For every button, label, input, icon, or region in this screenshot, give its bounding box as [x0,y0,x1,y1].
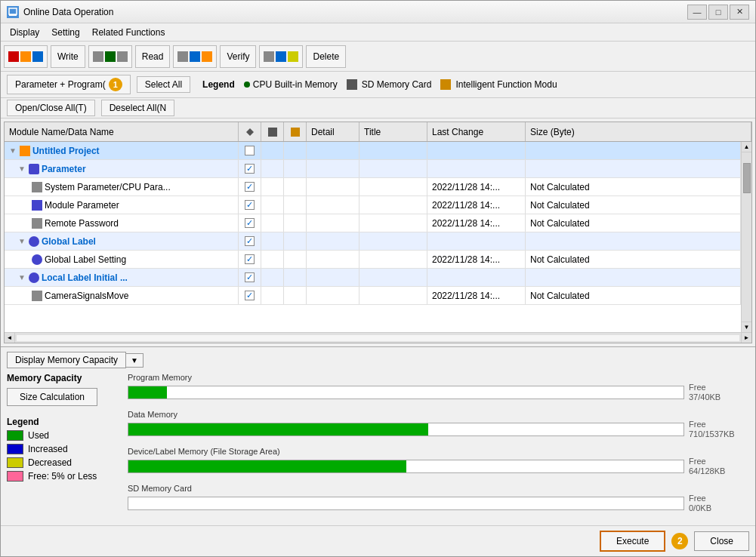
checkbox-7[interactable] [245,272,255,282]
row-check-6 [239,251,261,268]
menu-setting[interactable]: Setting [45,26,85,39]
close-dialog-button[interactable]: Close [694,531,749,551]
table-row[interactable]: Global Label Setting 2022/11/28 14:... N… [5,251,741,269]
verify-icon-group [173,45,217,68]
write-icon-group [4,45,48,68]
row-title-4 [359,214,427,232]
checkbox-1[interactable] [245,164,255,174]
minimize-button[interactable]: — [687,5,707,20]
row-sd-3 [261,196,284,214]
checkbox-5[interactable] [245,236,255,246]
scroll-up-button[interactable]: ▲ [742,142,752,152]
expand-icon-0: ▼ [9,146,17,155]
row-sd-5 [261,232,284,250]
checkbox-4[interactable] [245,218,255,228]
row-module-8 [284,287,307,304]
table-row[interactable]: Module Parameter 2022/11/28 14:... Not C… [5,196,741,214]
maximize-button[interactable]: □ [708,5,728,20]
row-check-2 [239,178,261,195]
data-bar-fill [128,423,428,435]
deselect-all-button[interactable]: Deselect All(N [101,100,174,116]
select-all-button[interactable]: Select All [137,76,190,93]
scroll-right-button[interactable]: ► [741,333,751,343]
table-row[interactable]: ▼ Parameter [5,160,741,178]
data-memory-label: Data Memory [128,410,749,419]
row-detail-7 [307,269,359,286]
display-memory-arrow-button[interactable]: ▼ [126,353,143,368]
memory-left-panel: Memory Capacity Size Calculation Legend … [7,373,128,521]
row-size-8: Not Calculated [526,287,741,304]
delete-button[interactable]: Delete [306,45,346,68]
local-icon [29,272,39,283]
row-sd-1 [261,160,284,177]
module-legend-icon [440,79,451,90]
legend-module: Intelligent Function Modu [440,79,557,90]
table-row[interactable]: CameraSignalsMove 2022/11/28 14:... Not … [5,287,741,305]
scroll-h-track [17,335,739,341]
controls-row-2: Open/Close All(T) Deselect All(N [1,98,755,118]
row-name-3: Module Parameter [5,196,239,214]
program-free-value: 37/40KB [689,392,749,402]
table-body[interactable]: ▼ Untitled Project [5,142,741,332]
table-row[interactable]: ▼ Global Label [5,232,741,251]
execute-button[interactable]: Execute [600,531,665,552]
row-label-3: Module Parameter [45,200,119,211]
table-row[interactable]: ▼ Local Label Initial ... [5,269,741,287]
row-size-7 [526,269,741,286]
checkbox-3[interactable] [245,200,255,210]
global-setting-icon [32,254,42,265]
size-calculation-button[interactable]: Size Calculation [7,388,97,406]
sd-col-icon [268,128,277,137]
device-bar-group: Free 64/128KB [128,457,749,476]
row-module-7 [284,269,307,286]
row-title-1 [359,160,427,177]
table-row[interactable]: System Parameter/CPU Para... 2022/11/28 … [5,178,741,196]
row-change-2: 2022/11/28 14:... [427,178,526,195]
row-detail-3 [307,196,359,214]
legend-decreased-color [7,457,23,468]
legend-increased-label: Increased [28,444,68,454]
menu-related[interactable]: Related Functions [86,26,171,39]
row-check-5 [239,232,261,250]
data-bar-outer [128,423,684,436]
read-icon-group [88,45,132,68]
program-free-label: Free [689,383,749,392]
row-module-5 [284,232,307,250]
row-label-8: CameraSignalsMove [45,291,128,301]
open-close-button[interactable]: Open/Close All(T) [7,100,95,116]
table-row[interactable]: Remote Password 2022/11/28 14:... Not Ca… [5,214,741,232]
close-window-button[interactable]: ✕ [730,5,749,20]
legend-free-color [7,471,23,482]
verify-icon-3 [202,51,212,62]
write-button[interactable]: Write [51,45,85,68]
display-memory-button[interactable]: Display Memory Capacity [7,352,126,368]
checkbox-2[interactable] [245,182,255,192]
checkbox-8[interactable] [245,291,255,300]
menu-display[interactable]: Display [4,26,45,39]
svg-rect-0 [9,8,17,14]
checkbox-6[interactable] [245,254,255,264]
data-table: Module Name/Data Name Detail Title Last … [4,122,752,343]
read-icon-3 [117,51,128,62]
param-program-button[interactable]: Parameter + Program( 1 [7,75,131,94]
sd-memory-label: SD Memory Card [128,484,749,493]
badge-1: 1 [109,78,122,91]
checkbox-0[interactable] [245,146,255,155]
verify-button[interactable]: Verify [220,45,256,68]
scroll-thumb[interactable] [743,163,751,193]
row-size-6: Not Calculated [526,251,741,268]
scroll-left-button[interactable]: ◄ [5,333,15,343]
memory-layout: Memory Capacity Size Calculation Legend … [7,373,749,521]
expand-icon-5: ▼ [18,237,26,245]
scroll-down-button[interactable]: ▼ [742,322,752,332]
title-bar: Online Data Operation — □ ✕ [1,1,755,23]
table-row[interactable]: ▼ Untitled Project [5,142,741,160]
delete-icon-group [259,45,303,68]
read-button[interactable]: Read [135,45,171,68]
row-sd-8 [261,287,284,304]
row-name-0: ▼ Untitled Project [5,142,239,159]
table-scrollbar-v[interactable]: ▲ ▼ [741,142,751,332]
row-change-4: 2022/11/28 14:... [427,214,526,232]
table-scrollbar-h[interactable]: ◄ ► [5,332,751,343]
col-header-name: Module Name/Data Name [5,122,239,141]
